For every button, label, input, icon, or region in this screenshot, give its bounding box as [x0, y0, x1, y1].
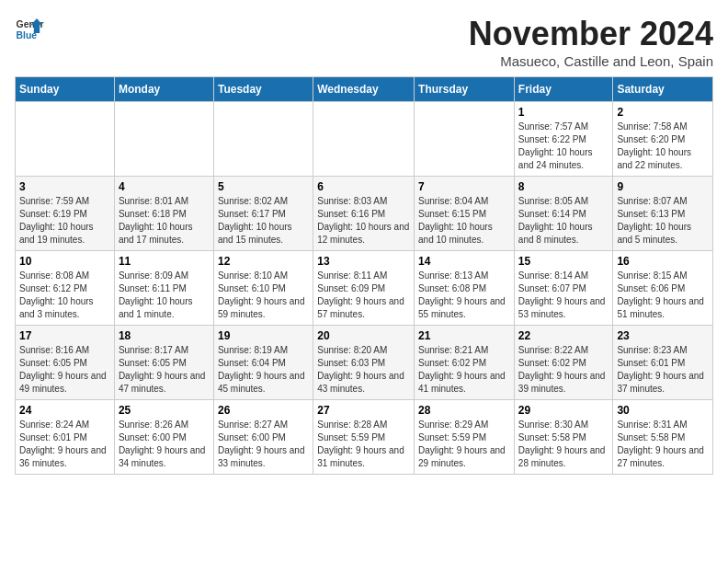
calendar-cell: 29Sunrise: 8:30 AM Sunset: 5:58 PM Dayli… [514, 400, 613, 475]
calendar-cell: 1Sunrise: 7:57 AM Sunset: 6:22 PM Daylig… [514, 102, 613, 177]
calendar-cell: 20Sunrise: 8:20 AM Sunset: 6:03 PM Dayli… [313, 326, 415, 400]
calendar-cell: 5Sunrise: 8:02 AM Sunset: 6:17 PM Daylig… [213, 177, 313, 251]
weekday-header-wednesday: Wednesday [313, 77, 415, 102]
day-number: 6 [317, 180, 410, 193]
day-number: 27 [317, 404, 410, 417]
day-number: 21 [418, 329, 510, 342]
day-number: 3 [19, 180, 110, 193]
calendar-cell: 12Sunrise: 8:10 AM Sunset: 6:10 PM Dayli… [213, 251, 313, 326]
day-info: Sunrise: 8:31 AM Sunset: 5:58 PM Dayligh… [617, 419, 709, 470]
calendar-cell [16, 102, 115, 177]
calendar-cell: 27Sunrise: 8:28 AM Sunset: 5:59 PM Dayli… [313, 400, 415, 475]
day-number: 30 [617, 404, 709, 417]
day-info: Sunrise: 8:14 AM Sunset: 6:07 PM Dayligh… [518, 270, 609, 321]
week-row-3: 10Sunrise: 8:08 AM Sunset: 6:12 PM Dayli… [16, 251, 713, 326]
calendar-cell: 7Sunrise: 8:04 AM Sunset: 6:15 PM Daylig… [415, 177, 515, 251]
day-info: Sunrise: 8:05 AM Sunset: 6:14 PM Dayligh… [518, 195, 609, 247]
day-info: Sunrise: 8:09 AM Sunset: 6:11 PM Dayligh… [119, 270, 210, 321]
day-info: Sunrise: 8:17 AM Sunset: 6:05 PM Dayligh… [119, 344, 210, 396]
calendar-subtitle: Masueco, Castille and Leon, Spain [469, 53, 713, 69]
day-info: Sunrise: 8:11 AM Sunset: 6:09 PM Dayligh… [317, 270, 410, 321]
day-info: Sunrise: 8:07 AM Sunset: 6:13 PM Dayligh… [617, 195, 709, 247]
weekday-header-friday: Friday [514, 77, 613, 102]
calendar-cell: 4Sunrise: 8:01 AM Sunset: 6:18 PM Daylig… [114, 177, 213, 251]
day-info: Sunrise: 8:08 AM Sunset: 6:12 PM Dayligh… [19, 270, 110, 321]
day-info: Sunrise: 8:15 AM Sunset: 6:06 PM Dayligh… [617, 270, 709, 321]
day-info: Sunrise: 8:30 AM Sunset: 5:58 PM Dayligh… [518, 419, 609, 470]
calendar-cell: 10Sunrise: 8:08 AM Sunset: 6:12 PM Dayli… [16, 251, 115, 326]
day-number: 13 [317, 255, 410, 268]
day-number: 23 [617, 329, 709, 342]
header: General Blue November 2024 Masueco, Cast… [15, 15, 713, 69]
day-info: Sunrise: 8:26 AM Sunset: 6:00 PM Dayligh… [119, 419, 210, 470]
day-info: Sunrise: 8:02 AM Sunset: 6:17 PM Dayligh… [218, 195, 309, 247]
calendar-cell: 16Sunrise: 8:15 AM Sunset: 6:06 PM Dayli… [613, 251, 713, 326]
day-info: Sunrise: 8:04 AM Sunset: 6:15 PM Dayligh… [418, 195, 510, 247]
calendar-body: 1Sunrise: 7:57 AM Sunset: 6:22 PM Daylig… [16, 102, 713, 475]
day-info: Sunrise: 8:16 AM Sunset: 6:05 PM Dayligh… [19, 344, 110, 396]
week-row-5: 24Sunrise: 8:24 AM Sunset: 6:01 PM Dayli… [16, 400, 713, 475]
day-info: Sunrise: 7:59 AM Sunset: 6:19 PM Dayligh… [19, 195, 110, 247]
day-number: 10 [19, 255, 110, 268]
calendar-cell: 30Sunrise: 8:31 AM Sunset: 5:58 PM Dayli… [613, 400, 713, 475]
day-number: 28 [418, 404, 510, 417]
title-area: November 2024 Masueco, Castille and Leon… [469, 15, 713, 69]
calendar-cell: 6Sunrise: 8:03 AM Sunset: 6:16 PM Daylig… [313, 177, 415, 251]
calendar-cell [415, 102, 515, 177]
day-number: 24 [19, 404, 110, 417]
logo: General Blue [15, 15, 44, 44]
day-info: Sunrise: 8:23 AM Sunset: 6:01 PM Dayligh… [617, 344, 709, 396]
calendar-cell: 28Sunrise: 8:29 AM Sunset: 5:59 PM Dayli… [415, 400, 515, 475]
calendar-cell: 15Sunrise: 8:14 AM Sunset: 6:07 PM Dayli… [514, 251, 613, 326]
day-info: Sunrise: 8:01 AM Sunset: 6:18 PM Dayligh… [119, 195, 210, 247]
calendar-cell: 17Sunrise: 8:16 AM Sunset: 6:05 PM Dayli… [16, 326, 115, 400]
weekday-header-sunday: Sunday [16, 77, 115, 102]
calendar-cell: 25Sunrise: 8:26 AM Sunset: 6:00 PM Dayli… [114, 400, 213, 475]
calendar-cell: 23Sunrise: 8:23 AM Sunset: 6:01 PM Dayli… [613, 326, 713, 400]
day-info: Sunrise: 8:10 AM Sunset: 6:10 PM Dayligh… [218, 270, 309, 321]
calendar-cell: 26Sunrise: 8:27 AM Sunset: 6:00 PM Dayli… [213, 400, 313, 475]
day-number: 1 [518, 106, 609, 119]
calendar-cell: 19Sunrise: 8:19 AM Sunset: 6:04 PM Dayli… [213, 326, 313, 400]
calendar-cell [213, 102, 313, 177]
day-number: 25 [119, 404, 210, 417]
day-number: 12 [218, 255, 309, 268]
calendar-cell: 13Sunrise: 8:11 AM Sunset: 6:09 PM Dayli… [313, 251, 415, 326]
day-number: 15 [518, 255, 609, 268]
day-number: 8 [518, 180, 609, 193]
day-number: 20 [317, 329, 410, 342]
day-info: Sunrise: 8:22 AM Sunset: 6:02 PM Dayligh… [518, 344, 609, 396]
weekday-header-tuesday: Tuesday [213, 77, 313, 102]
calendar-cell [114, 102, 213, 177]
logo-icon: General Blue [15, 15, 44, 44]
calendar-cell: 14Sunrise: 8:13 AM Sunset: 6:08 PM Dayli… [415, 251, 515, 326]
calendar-cell [313, 102, 415, 177]
calendar-header: SundayMondayTuesdayWednesdayThursdayFrid… [16, 77, 713, 102]
calendar-cell: 18Sunrise: 8:17 AM Sunset: 6:05 PM Dayli… [114, 326, 213, 400]
calendar-cell: 21Sunrise: 8:21 AM Sunset: 6:02 PM Dayli… [415, 326, 515, 400]
weekday-row: SundayMondayTuesdayWednesdayThursdayFrid… [16, 77, 713, 102]
day-number: 29 [518, 404, 609, 417]
calendar-cell: 11Sunrise: 8:09 AM Sunset: 6:11 PM Dayli… [114, 251, 213, 326]
day-number: 22 [518, 329, 609, 342]
day-number: 16 [617, 255, 709, 268]
day-number: 7 [418, 180, 510, 193]
day-number: 19 [218, 329, 309, 342]
day-info: Sunrise: 7:57 AM Sunset: 6:22 PM Dayligh… [518, 121, 609, 172]
weekday-header-monday: Monday [114, 77, 213, 102]
day-info: Sunrise: 8:19 AM Sunset: 6:04 PM Dayligh… [218, 344, 309, 396]
day-info: Sunrise: 8:20 AM Sunset: 6:03 PM Dayligh… [317, 344, 410, 396]
day-number: 2 [617, 106, 709, 119]
day-number: 17 [19, 329, 110, 342]
week-row-1: 1Sunrise: 7:57 AM Sunset: 6:22 PM Daylig… [16, 102, 713, 177]
calendar-cell: 2Sunrise: 7:58 AM Sunset: 6:20 PM Daylig… [613, 102, 713, 177]
calendar-cell: 9Sunrise: 8:07 AM Sunset: 6:13 PM Daylig… [613, 177, 713, 251]
week-row-4: 17Sunrise: 8:16 AM Sunset: 6:05 PM Dayli… [16, 326, 713, 400]
day-number: 26 [218, 404, 309, 417]
day-info: Sunrise: 8:29 AM Sunset: 5:59 PM Dayligh… [418, 419, 510, 470]
day-info: Sunrise: 8:03 AM Sunset: 6:16 PM Dayligh… [317, 195, 410, 247]
calendar-cell: 22Sunrise: 8:22 AM Sunset: 6:02 PM Dayli… [514, 326, 613, 400]
day-info: Sunrise: 8:21 AM Sunset: 6:02 PM Dayligh… [418, 344, 510, 396]
day-info: Sunrise: 8:28 AM Sunset: 5:59 PM Dayligh… [317, 419, 410, 470]
calendar-cell: 3Sunrise: 7:59 AM Sunset: 6:19 PM Daylig… [16, 177, 115, 251]
